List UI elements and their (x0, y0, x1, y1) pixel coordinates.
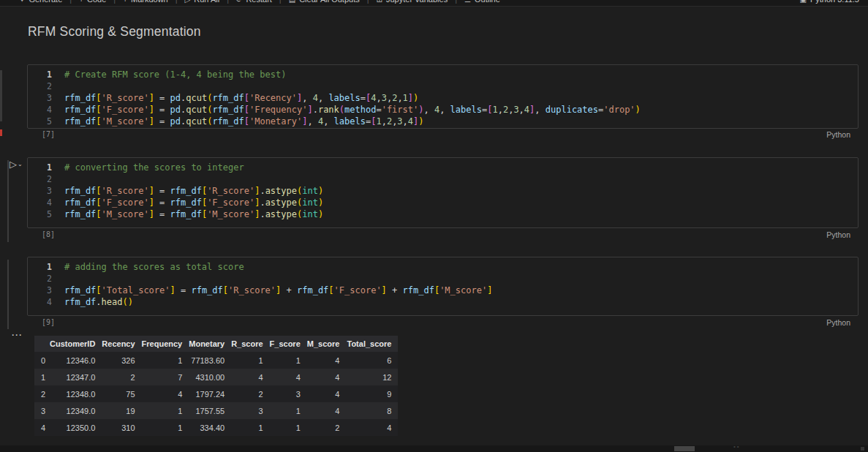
bottom-scrollbar: •• (0, 445, 868, 452)
code-text: rfm_df.head() (64, 296, 133, 308)
code-line: 3rfm_df['Total_score'] = rfm_df['R_score… (28, 285, 858, 296)
toolbar-item-generate[interactable]: ✦Generate (19, 0, 62, 4)
line-number: 4 (28, 296, 64, 308)
table-cell: 1 (142, 419, 189, 436)
kernel-label: Python 3.11.5 (810, 0, 859, 4)
table-cell: 1 (231, 352, 269, 369)
table-cell: 1757.55 (189, 402, 231, 419)
run-cell-button[interactable]: ▷⌄ (10, 159, 23, 170)
line-number: 2 (28, 173, 64, 185)
kernel-picker[interactable]: ▣ Python 3.11.5 (799, 0, 859, 4)
code-line: 4rfm_df.head() (28, 296, 858, 308)
gutter-decoration (0, 70, 2, 121)
code-cell-2[interactable]: 1# converting the scores to integer23rfm… (27, 157, 858, 228)
toolbar-separator: | (367, 0, 369, 4)
table-header: CustomerIDRecencyFrequencyMonetaryR_scor… (34, 336, 398, 352)
row-index-cell: 1 (34, 369, 50, 385)
table-cell: 4 (270, 369, 307, 385)
run-icon: ▷ (10, 159, 17, 170)
toolbar-item-restart[interactable]: ⟳Restart (236, 0, 272, 4)
table-cell: 12350.0 (50, 419, 102, 436)
table-cell: 3 (270, 385, 307, 402)
table-cell: 4310.00 (189, 369, 231, 385)
table-cell: 2 (102, 369, 141, 385)
table-row: 112347.0274310.0044412 (34, 369, 398, 385)
table-cell: 4 (307, 369, 347, 385)
table-cell: 1797.24 (189, 385, 231, 402)
execution-count-label: [8] (42, 230, 55, 238)
clear-outputs-icon: ▤ (289, 0, 295, 4)
toolbar-separator: | (455, 0, 457, 4)
toolbar-item-label: Markdown (131, 0, 168, 4)
toolbar-item-jupyter-variables[interactable]: ⊞Jupyter Variables (377, 0, 448, 4)
table-cell: 12348.0 (50, 385, 102, 402)
code-text: rfm_df['Total_score'] = rfm_df['R_score'… (64, 285, 492, 296)
scrollbar-thumb[interactable] (674, 446, 695, 451)
table-cell: 12349.0 (50, 402, 102, 419)
toolbar-item-markdown[interactable]: +Markdown (123, 0, 168, 4)
strip-dots-icon: •• (733, 443, 741, 450)
line-number: 3 (28, 92, 64, 104)
table-cell: 12346.0 (50, 352, 102, 369)
restart-icon: ⟳ (236, 0, 242, 4)
table-cell: 19 (102, 402, 141, 419)
table-cell: 310 (102, 419, 141, 436)
cell-language-label[interactable]: Python (826, 318, 850, 327)
table-header-cell: Total_score (346, 336, 398, 352)
code-text: # converting the scores to integer (64, 162, 244, 173)
table-row: 212348.07541797.242349 (34, 385, 398, 402)
table-header-cell: Frequency (142, 336, 189, 352)
execution-count-label: [9] (42, 318, 55, 326)
toolbar-item-label: Code (87, 0, 106, 4)
code-text: # adding the scores as total score (64, 261, 244, 273)
table-cell: 7 (142, 369, 189, 385)
cell-language-label[interactable]: Python (826, 130, 850, 139)
table-header-cell: F_score (270, 336, 307, 352)
table-cell: 1 (142, 352, 189, 369)
code-line: 5rfm_df['M_score'] = rfm_df['M_score'].a… (28, 208, 858, 220)
code-line: 2 (28, 80, 858, 92)
output-more-actions-icon[interactable]: ⋯ (11, 328, 23, 342)
table-cell: 1 (270, 402, 307, 419)
code-cell-3[interactable]: 1# adding the scores as total score23rfm… (27, 257, 858, 316)
toolbar-item-label: Run All (194, 0, 219, 4)
plus-icon: + (123, 0, 127, 4)
cell-focus-indicator (7, 160, 9, 242)
table-cell: 1 (270, 352, 307, 369)
code-text: rfm_df['F_score'] = pd.qcut(rfm_df['Freq… (64, 104, 641, 116)
code-text: rfm_df['R_score'] = rfm_df['R_score'].as… (64, 185, 323, 197)
line-number: 1 (28, 162, 64, 173)
cell-language-label[interactable]: Python (826, 230, 850, 239)
strip-corner-icon (861, 447, 864, 451)
notebook-toolbar: ✦Generate|+Code|+Markdown|▷Run All|⟳Rest… (0, 0, 868, 7)
code-line: 3rfm_df['R_score'] = rfm_df['R_score'].a… (28, 185, 858, 197)
toolbar-item-label: Outline (475, 0, 500, 4)
table-header-cell: Monetary (189, 336, 231, 352)
code-line: 5rfm_df['M_score'] = pd.qcut(rfm_df['Mon… (28, 116, 858, 127)
table-cell: 4 (307, 352, 347, 369)
chevron-down-icon: ⌄ (18, 161, 23, 168)
toolbar-item-run-all[interactable]: ▷Run All (185, 0, 220, 4)
table-cell: 3 (231, 402, 269, 419)
table-cell: 77183.60 (189, 352, 231, 369)
code-line: 4rfm_df['F_score'] = rfm_df['F_score'].a… (28, 197, 858, 208)
line-number: 1 (28, 261, 64, 273)
output-table: CustomerIDRecencyFrequencyMonetaryR_scor… (34, 336, 398, 436)
table-cell: 75 (102, 385, 141, 402)
table-cell: 12347.0 (50, 369, 102, 385)
row-index-cell: 0 (34, 352, 50, 369)
toolbar-item-outline[interactable]: ☰Outline (464, 0, 500, 4)
toolbar-item-label: Restart (246, 0, 271, 4)
toolbar-item-clear-all-outputs[interactable]: ▤Clear All Outputs (289, 0, 360, 4)
line-number: 2 (28, 273, 64, 285)
toolbar-item-code[interactable]: +Code (79, 0, 106, 4)
code-cell-1[interactable]: 1# Create RFM score (1-4, 4 being the be… (27, 64, 858, 129)
table-cell: 4 (231, 369, 269, 385)
outline-icon: ☰ (464, 0, 471, 4)
table-cell: 1 (231, 419, 269, 436)
table-cell: 8 (346, 402, 398, 419)
code-line: 4rfm_df['F_score'] = pd.qcut(rfm_df['Fre… (28, 104, 858, 116)
table-cell: 4 (307, 385, 347, 402)
table-header-cell: CustomerID (50, 336, 102, 352)
toolbar-separator: | (227, 0, 229, 4)
